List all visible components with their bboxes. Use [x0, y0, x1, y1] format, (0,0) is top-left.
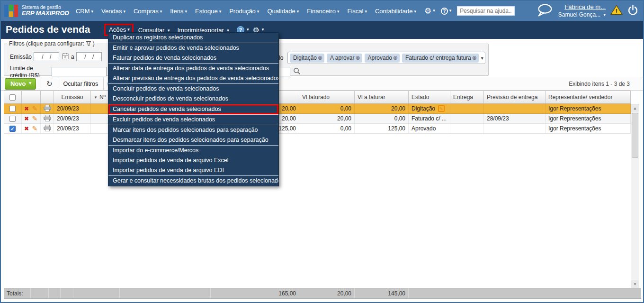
user-menu[interactable]: Samuel Gonça... ▾	[558, 11, 606, 18]
menu-item-marcar-itens-dos-pedidos-selecionados-para-separacao[interactable]: Marcar itens dos pedidos selecionados pa…	[108, 125, 278, 135]
header-col-representante[interactable]: Representante/ vendedor	[546, 91, 631, 103]
chip-remove-icon[interactable]: ⊗	[318, 55, 322, 61]
cell-previsao_entrega	[484, 124, 546, 133]
limite-credito-input[interactable]	[52, 67, 107, 76]
menu-item-concluir-pedidos-de-venda-selecionados[interactable]: Concluir pedidos de venda selecionados	[108, 84, 278, 94]
menu-item-desconcluir-pedidos-de-venda-selecionados[interactable]: Desconcluir pedidos de venda selecionado…	[108, 94, 278, 104]
topbar-menu-vendas[interactable]: Vendas▾	[101, 8, 125, 15]
topbar-menu-estoque[interactable]: Estoque▾	[195, 8, 221, 15]
menu-item-alterar-previsao-de-entrega-dos-pedidos-de-venda-selecionados[interactable]: Alterar previsão de entrega dos pedidos …	[108, 73, 278, 83]
topbar-menu-producao[interactable]: Produção▾	[229, 8, 259, 15]
search-input[interactable]	[457, 6, 515, 16]
novo-button[interactable]: Novo ▾	[5, 78, 36, 90]
row-checkbox[interactable]: ✓	[9, 126, 16, 132]
menu-item-emitir-e-aprovar-pedidos-de-venda-selecionados[interactable]: Emitir e aprovar pedidos de venda seleci…	[108, 43, 278, 53]
table-row: ✓✖✎20/09/23125,000,00125,00AprovadoIgor …	[4, 124, 631, 134]
menu-group: Cancelar pedidos de venda selecionados	[108, 104, 278, 114]
menu-item-faturar-pedidos-de-venda-selecionados[interactable]: Faturar pedidos de venda selecionados	[108, 53, 278, 63]
topbar-menu-label: Vendas	[101, 8, 122, 15]
chevron-down-icon: ▾	[247, 27, 249, 32]
estado-multiselect[interactable]: Digitação⊗A aprovar⊗Aprovado⊗Faturado c/…	[287, 52, 485, 64]
menu-item-importar-pedidos-de-venda-de-arquivo-edi[interactable]: Importar pedidos de venda de arquivo EDI	[108, 165, 278, 175]
estado-chip-aprovado[interactable]: Aprovado⊗	[365, 54, 400, 63]
cell-vl_faturado: 0,00	[299, 104, 355, 113]
menu-item-importar-do-e-commerce-mercos[interactable]: Importar do e-commerce/Mercos	[108, 146, 278, 156]
warning-icon[interactable]: !	[610, 5, 623, 17]
scroll-up-button[interactable]: ▲	[631, 104, 639, 112]
scrollbar-thumb[interactable]	[632, 113, 638, 158]
estado-chip-digitacao[interactable]: Digitação⊗	[290, 54, 324, 63]
header-col-previsao_entrega[interactable]: Previsão de entrega	[484, 91, 546, 103]
filter-funnel-icon	[86, 41, 91, 46]
select-all-checkbox[interactable]	[9, 94, 16, 101]
row-checkbox[interactable]	[9, 106, 16, 112]
delete-row-icon[interactable]: ✖	[25, 106, 29, 112]
vl_total-value: 20,00	[282, 105, 296, 112]
cell-sel: ✓	[4, 124, 22, 133]
edit-row-icon[interactable]: ✎	[32, 125, 38, 132]
estado-chip-a-aprovar[interactable]: A aprovar⊗	[327, 54, 362, 63]
emissao-filter-label: Emissão	[10, 54, 32, 60]
header-label: Estado	[411, 94, 429, 101]
hide-filters-button[interactable]: Ocultar filtros	[58, 77, 104, 91]
print-row-icon[interactable]	[44, 115, 51, 123]
menu-item-importar-pedidos-de-venda-de-arquivo-excel[interactable]: Importar pedidos de venda de arquivo Exc…	[108, 156, 278, 165]
edit-row-icon[interactable]: ✎	[32, 115, 38, 122]
chip-remove-icon[interactable]: ⊗	[393, 55, 398, 61]
menu-item-gerar-e-consultar-necessidades-brutas-dos-pedidos-selecionados[interactable]: Gerar e consultar necessidades brutas do…	[108, 176, 278, 186]
totals-vl-a-faturar: 145,00	[388, 290, 405, 297]
topbar-menu-fiscal[interactable]: Fiscal▾	[347, 8, 367, 15]
topbar-menu-itens[interactable]: Itens▾	[170, 8, 187, 15]
scroll-down-button[interactable]: ▼	[631, 280, 639, 288]
chip-remove-icon[interactable]: ⊗	[355, 55, 360, 61]
header-col-estado[interactable]: Estado	[409, 91, 450, 103]
vertical-scrollbar[interactable]: ▲ ▼	[631, 104, 639, 289]
topbar-menu-crm[interactable]: CRM▾	[76, 8, 93, 15]
filters-legend-text: Filtros (clique para configurar:	[9, 40, 84, 47]
row-checkbox[interactable]	[9, 116, 16, 122]
print-row-icon[interactable]	[44, 105, 51, 113]
menu-item-desmarcar-itens-dos-pedidos-selecionados-para-separacao[interactable]: Desmarcar itens dos pedidos selecionados…	[108, 135, 278, 145]
header-col-vl_a_faturar[interactable]: Vl a faturar	[355, 91, 409, 103]
settings-menu-button[interactable]: ⚙ ▾	[424, 7, 435, 15]
menu-item-duplicar-os-registros-selecionados[interactable]: Duplicar os registros selecionados	[108, 33, 278, 43]
calendar-icon[interactable]: 8	[62, 53, 69, 62]
topbar-menu-label: Estoque	[195, 8, 218, 15]
edit-row-icon[interactable]: ✎	[32, 105, 38, 112]
delete-row-icon[interactable]: ✖	[25, 116, 29, 122]
logout-power-icon[interactable]	[627, 5, 638, 18]
topbar-menu-financeiro[interactable]: Financeiro▾	[307, 8, 339, 15]
topbar-menu-contabilidade[interactable]: Contabilidade▾	[375, 8, 416, 15]
chat-icon[interactable]	[536, 3, 554, 19]
topbar-menu-label: Fiscal	[347, 8, 363, 15]
cell-entrega	[450, 104, 484, 113]
header-col-vl_faturado[interactable]: Vl faturado	[299, 91, 355, 103]
chevron-down-icon[interactable]: ▾	[481, 55, 484, 61]
chevron-down-icon: ▾	[91, 9, 94, 14]
menu-item-excluir-pedidos-de-venda-selecionados[interactable]: Excluir pedidos de venda selecionados	[108, 115, 278, 125]
header-col-emissao[interactable]: Emissão	[54, 91, 91, 103]
totals-cell: 20,00	[299, 288, 355, 298]
menu-item-cancelar-pedidos-de-venda-selecionados[interactable]: Cancelar pedidos de venda selecionados	[108, 104, 278, 114]
filters-legend[interactable]: Filtros (clique para configurar: )	[7, 40, 97, 47]
refresh-icon: ↻	[46, 80, 53, 88]
search-magnifier-icon[interactable]	[293, 67, 301, 77]
menu-item-alterar-data-de-entrega-dos-pedidos-de-venda-selecionados[interactable]: Alterar data de entrega dos pedidos de v…	[108, 64, 278, 73]
chip-remove-icon[interactable]: ⊗	[472, 55, 477, 61]
topbar-menu-qualidade[interactable]: Qualidade▾	[267, 8, 299, 15]
emissao-to-input[interactable]	[76, 52, 102, 61]
refresh-button[interactable]: ↻	[41, 77, 58, 91]
cell-estado: Faturado c/ ...	[409, 114, 450, 123]
company-link[interactable]: Fábrica de m...	[558, 3, 606, 11]
estado-chip-faturado-c-entrega-futura[interactable]: Faturado c/ entrega futura⊗	[402, 54, 479, 63]
topbar-menu-compras[interactable]: Compras▾	[134, 8, 162, 15]
representante-value: Igor Representações	[548, 115, 601, 122]
help-menu-button[interactable]: ? ▾	[441, 8, 452, 15]
delete-row-icon[interactable]: ✖	[25, 126, 29, 132]
print-row-icon[interactable]	[44, 125, 51, 133]
cell-vl_a_faturar: 20,00	[355, 104, 409, 113]
header-col-entrega[interactable]: Entrega	[450, 91, 484, 103]
estado-edit-icon[interactable]: ✎	[438, 105, 445, 112]
emissao-from-input[interactable]	[34, 52, 59, 61]
grid-toolbar: Novo ▾ ↻ Ocultar filtros ? Exibindo iten…	[1, 77, 643, 91]
